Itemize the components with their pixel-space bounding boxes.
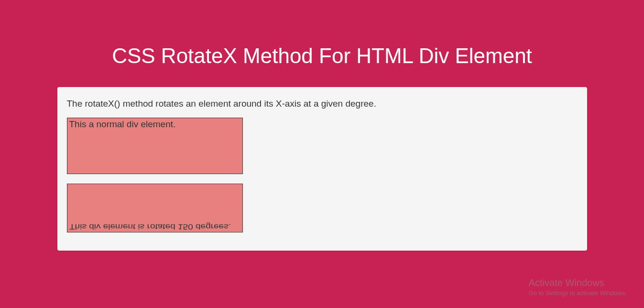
rotated-div-box: This div element is rotated 150 degrees. — [67, 184, 243, 232]
normal-div-text: This a normal div element. — [69, 119, 176, 129]
page-title: CSS RotateX Method For HTML Div Element — [0, 0, 644, 87]
rotated-div-text: This div element is rotated 150 degrees. — [69, 222, 231, 231]
windows-watermark: Activate Windows Go to Settings to activ… — [529, 277, 627, 297]
watermark-subtitle: Go to Settings to activate Windows. — [529, 289, 627, 297]
content-panel: The rotateX() method rotates an element … — [57, 87, 587, 251]
method-description: The rotateX() method rotates an element … — [67, 99, 578, 109]
watermark-title: Activate Windows — [529, 277, 627, 288]
normal-div-box: This a normal div element. — [67, 118, 243, 174]
